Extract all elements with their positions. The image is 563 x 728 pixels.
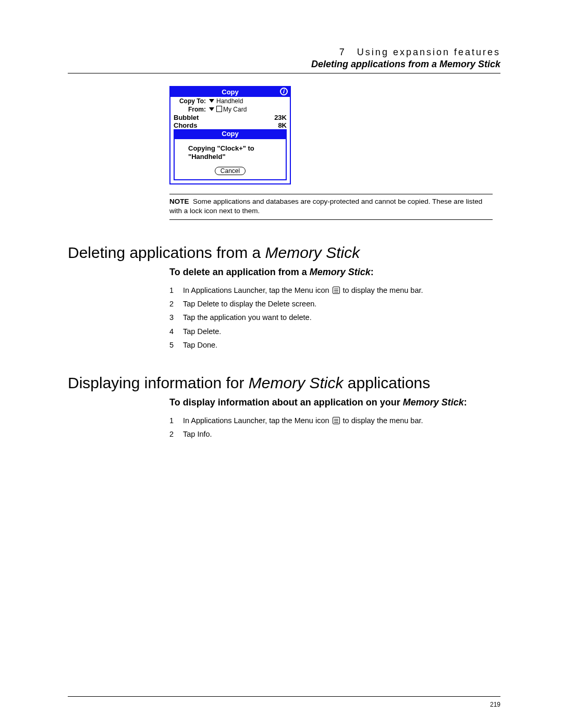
note-text: NOTE Some applications and databases are… bbox=[169, 197, 493, 216]
step-num: 2 bbox=[169, 429, 183, 439]
cancel-button: Cancel bbox=[215, 167, 246, 175]
dropdown-icon bbox=[209, 99, 214, 103]
step-part: In Applications Launcher, tap the Menu i… bbox=[183, 286, 332, 294]
palm-dialog: Copying "Clock+" to "Handheld" Cancel bbox=[174, 138, 287, 180]
from-value: My Card bbox=[223, 106, 247, 113]
subheading-display: To display information about an applicat… bbox=[169, 397, 493, 408]
sub-italic: Memory Stick bbox=[403, 397, 464, 408]
header-subtitle: Deleting applications from a Memory Stic… bbox=[68, 59, 500, 70]
step-row: 4 Tap Delete. bbox=[169, 326, 500, 337]
note-rule bbox=[169, 194, 493, 194]
section-heading-displaying: Displaying information for Memory Stick … bbox=[68, 374, 500, 392]
step-part: to display the menu bar. bbox=[341, 286, 423, 294]
list-row: Bubblet 23K bbox=[170, 114, 290, 121]
heading-text: Displaying information for bbox=[68, 374, 249, 391]
heading-italic: Memory Stick bbox=[249, 374, 344, 391]
copy-to-value: Handheld bbox=[216, 97, 243, 105]
list-row: Chords 8K bbox=[170, 121, 290, 129]
step-text: Tap Done. bbox=[183, 340, 217, 350]
figure-wrap: Copy i Copy To: Handheld From: My Card B… bbox=[169, 86, 500, 184]
sub-colon: : bbox=[371, 267, 374, 277]
step-text: In Applications Launcher, tap the Menu i… bbox=[183, 415, 423, 426]
sub-italic: Memory Stick bbox=[310, 267, 371, 277]
heading-text: applications bbox=[344, 374, 431, 391]
menu-icon bbox=[333, 287, 340, 294]
item-size: 8K bbox=[278, 121, 287, 129]
page: 7 Using expansion features Deleting appl… bbox=[0, 0, 563, 728]
step-num: 4 bbox=[169, 326, 183, 337]
step-row: 2 Tap Info. bbox=[169, 429, 500, 439]
note-rule bbox=[169, 219, 493, 220]
card-icon bbox=[216, 106, 222, 112]
step-row: 1 In Applications Launcher, tap the Menu… bbox=[169, 285, 500, 295]
footer-rule bbox=[68, 696, 500, 697]
step-row: 5 Tap Done. bbox=[169, 340, 500, 350]
heading-italic: Memory Stick bbox=[265, 244, 360, 261]
item-name: Bubblet bbox=[174, 114, 199, 121]
item-name: Chords bbox=[174, 121, 198, 129]
step-num: 1 bbox=[169, 285, 183, 295]
palm-title-bar: Copy i bbox=[170, 87, 290, 97]
step-num: 3 bbox=[169, 312, 183, 323]
step-text: Tap Info. bbox=[183, 429, 212, 439]
running-header: 7 Using expansion features Deleting appl… bbox=[68, 47, 500, 70]
from-row: From: My Card bbox=[170, 105, 290, 114]
copy-to-label: Copy To: bbox=[174, 97, 208, 105]
note-block: NOTE Some applications and databases are… bbox=[169, 194, 493, 219]
steps-list-1: 1 In Applications Launcher, tap the Menu… bbox=[169, 285, 500, 350]
step-num: 2 bbox=[169, 299, 183, 309]
step-text: Tap Delete to display the Delete screen. bbox=[183, 299, 316, 309]
steps-list-2: 1 In Applications Launcher, tap the Menu… bbox=[169, 415, 500, 440]
palm-dialog-message: Copying "Clock+" to "Handheld" bbox=[179, 144, 282, 167]
header-chapter: 7 Using expansion features bbox=[68, 47, 500, 58]
heading-text: Deleting applications from a bbox=[68, 244, 265, 261]
step-num: 5 bbox=[169, 340, 183, 350]
item-size: 23K bbox=[274, 114, 287, 121]
sub-text: To display information about an applicat… bbox=[169, 397, 403, 408]
info-icon: i bbox=[280, 88, 288, 95]
dialog-msg-line: "Handheld" bbox=[188, 153, 226, 161]
menu-icon bbox=[333, 417, 340, 424]
step-row: 1 In Applications Launcher, tap the Menu… bbox=[169, 415, 500, 426]
step-part: In Applications Launcher, tap the Menu i… bbox=[183, 416, 332, 425]
step-text: In Applications Launcher, tap the Menu i… bbox=[183, 285, 423, 295]
note-prefix: NOTE bbox=[169, 198, 189, 205]
dialog-msg-line: Copying "Clock+" to bbox=[188, 144, 254, 152]
header-rule bbox=[68, 73, 500, 73]
section-heading-deleting: Deleting applications from a Memory Stic… bbox=[68, 244, 500, 262]
subheading-delete: To delete an application from a Memory S… bbox=[169, 267, 500, 278]
palm-title: Copy bbox=[222, 88, 239, 96]
dropdown-icon bbox=[209, 107, 214, 111]
palm-dialog-title: Copy bbox=[174, 129, 287, 138]
step-part: to display the menu bar. bbox=[341, 416, 423, 425]
step-row: 3 Tap the application you want to delete… bbox=[169, 312, 500, 323]
copy-to-row: Copy To: Handheld bbox=[170, 97, 290, 105]
from-label: From: bbox=[174, 106, 208, 113]
page-number: 219 bbox=[490, 701, 500, 708]
palm-screenshot: Copy i Copy To: Handheld From: My Card B… bbox=[169, 86, 291, 184]
sub-colon: : bbox=[464, 397, 467, 408]
note-body: Some applications and databases are copy… bbox=[169, 198, 482, 215]
step-text: Tap the application you want to delete. bbox=[183, 312, 312, 323]
step-num: 1 bbox=[169, 415, 183, 426]
step-row: 2 Tap Delete to display the Delete scree… bbox=[169, 299, 500, 309]
sub-text: To delete an application from a bbox=[169, 267, 310, 277]
step-text: Tap Delete. bbox=[183, 326, 221, 337]
